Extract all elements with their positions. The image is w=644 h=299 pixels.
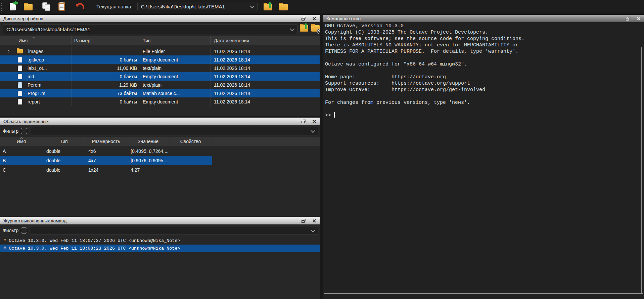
workspace-table-body: Adouble4x6[0.4095, 0.7264,...Bdouble4x7[… bbox=[0, 146, 212, 175]
column-header-class[interactable]: Тип bbox=[43, 137, 85, 146]
file-name: lab1_ot... bbox=[28, 66, 47, 71]
file-row[interactable]: report0 байтыEmpty document11.02.2026 18… bbox=[0, 97, 320, 106]
new-script-button[interactable] bbox=[6, 1, 19, 12]
command-history-panel: Журнал выполненных команд Фильтр # Octav… bbox=[0, 217, 320, 299]
copy-button[interactable] bbox=[40, 1, 53, 12]
undock-button[interactable] bbox=[624, 15, 632, 22]
workspace-row[interactable]: Cdouble1x244:27 bbox=[0, 165, 212, 175]
folder-icon bbox=[17, 49, 23, 53]
expander-area bbox=[2, 64, 13, 72]
chevron-down-icon bbox=[250, 4, 255, 8]
workspace-row[interactable]: Adouble4x6[0.4095, 0.7264,... bbox=[0, 146, 212, 156]
folder-icon bbox=[279, 4, 288, 10]
file-row[interactable]: Perem1,29 KiBtext/plain11.02.2026 18:14 bbox=[0, 81, 320, 89]
filter-checkbox[interactable] bbox=[21, 227, 27, 234]
close-button[interactable] bbox=[310, 118, 318, 125]
expander-area bbox=[2, 55, 13, 64]
command-window-content[interactable]: GNU Octave, version 10.3.0 Copyright (C)… bbox=[323, 22, 644, 299]
file-date-cell: 11.02.2026 18:14 bbox=[211, 47, 320, 55]
file-browser-titlebar: Диспетчер файлов bbox=[0, 15, 320, 22]
column-header-name[interactable]: Имя bbox=[0, 137, 43, 146]
workspace-filter-row: Фильтр bbox=[0, 126, 320, 136]
close-button[interactable] bbox=[310, 218, 318, 224]
file-icon bbox=[18, 82, 22, 88]
current-folder-value: C:\Users\Nika\Desktop\it-labs\TEMA1 bbox=[141, 4, 248, 9]
vertical-scrollbar[interactable] bbox=[641, 47, 642, 293]
file-size-cell: 0 байты bbox=[72, 55, 140, 64]
file-size-cell: 0 байты bbox=[72, 72, 140, 81]
workspace-row[interactable]: Bdouble4x7[0.9076, 0.9095,... bbox=[0, 156, 212, 165]
file-type-cell: text/plain bbox=[140, 81, 211, 89]
folder-actions-button[interactable] bbox=[310, 24, 320, 34]
file-icon bbox=[18, 74, 22, 79]
expander-area bbox=[2, 47, 13, 55]
file-browser-panel: Диспетчер файлов C:/Users/Nika/Desktop/i… bbox=[0, 15, 320, 116]
history-entry[interactable]: # Octave 10.3.0, Wed Feb 11 18:07:37 202… bbox=[0, 237, 320, 245]
file-row[interactable]: lab1_ot...11,00 KiBtext/plain11.02.2026 … bbox=[0, 64, 320, 72]
file-row[interactable]: md0 байтыEmpty document11.02.2026 18:14 bbox=[0, 72, 320, 81]
undock-button[interactable] bbox=[300, 218, 308, 224]
paste-button[interactable] bbox=[55, 1, 68, 12]
file-name-cell: md bbox=[0, 72, 72, 81]
panel-title: Область переменных bbox=[3, 119, 49, 124]
column-header-name[interactable]: Имя bbox=[0, 36, 72, 45]
file-date-cell: 11.02.2026 18:14 bbox=[211, 55, 320, 64]
column-header-attribute[interactable]: Свойство bbox=[169, 137, 212, 146]
column-header-size[interactable]: Размер bbox=[72, 36, 140, 45]
undo-button[interactable] bbox=[74, 1, 86, 12]
column-header-value[interactable]: Значение bbox=[127, 137, 169, 146]
browse-folder-button[interactable] bbox=[277, 1, 290, 12]
file-size-cell: 0 байты bbox=[72, 97, 140, 106]
history-entry[interactable]: # Octave 10.3.0, Wed Feb 11 18:08:23 202… bbox=[0, 245, 320, 252]
scrollbar-handle[interactable] bbox=[641, 47, 642, 293]
undock-button[interactable] bbox=[300, 15, 308, 22]
file-icon bbox=[18, 66, 22, 71]
variable-dimension: 4x6 bbox=[85, 148, 127, 154]
workspace-titlebar: Область переменных bbox=[0, 118, 320, 125]
filter-combobox[interactable] bbox=[31, 127, 318, 135]
path-value: C:/Users/Nika/Desktop/it-labs/TEMA1 bbox=[6, 27, 288, 32]
folder-up-button[interactable] bbox=[262, 1, 274, 12]
file-row[interactable]: imagesFile Folder11.02.2026 18:14 bbox=[0, 47, 320, 55]
toolbar-drag-handle[interactable] bbox=[1, 2, 2, 11]
close-icon bbox=[637, 16, 641, 21]
current-folder-combobox[interactable]: C:\Users\Nika\Desktop\it-labs\TEMA1 bbox=[137, 2, 258, 11]
file-date-cell: 11.02.2026 18:14 bbox=[211, 89, 320, 97]
file-name-cell: Prog1.m bbox=[0, 89, 72, 97]
file-name: Prog1.m bbox=[28, 91, 45, 96]
workspace-table-header: Имя Тип Размерность Значение Свойство bbox=[0, 137, 320, 146]
file-date-cell: 11.02.2026 18:14 bbox=[211, 64, 320, 72]
expander-area bbox=[2, 72, 13, 81]
close-button[interactable] bbox=[310, 15, 318, 22]
column-header-date[interactable]: Дата изменения bbox=[211, 36, 320, 45]
file-size-cell: 11,00 KiB bbox=[72, 64, 140, 72]
path-combobox[interactable]: C:/Users/Nika/Desktop/it-labs/TEMA1 bbox=[3, 24, 297, 34]
file-name-cell: lab1_ot... bbox=[0, 64, 72, 72]
filter-combobox[interactable] bbox=[31, 226, 318, 235]
filter-checkbox[interactable] bbox=[21, 128, 27, 134]
file-type-cell: Empty document bbox=[140, 97, 211, 106]
chevron-down-icon bbox=[311, 128, 315, 133]
variable-class: double bbox=[43, 167, 85, 173]
variable-class: double bbox=[43, 158, 85, 163]
command-window-panel: Командное окно GNU Octave, version 10.3.… bbox=[323, 15, 644, 299]
folder-up-button[interactable] bbox=[299, 24, 309, 34]
file-row[interactable]: Prog1.m73 байтыMatlab source c...11.02.2… bbox=[0, 89, 320, 97]
close-icon bbox=[312, 119, 317, 124]
file-date-cell: 11.02.2026 18:14 bbox=[211, 81, 320, 89]
column-header-type[interactable]: Тип bbox=[140, 36, 211, 45]
expander-icon[interactable] bbox=[6, 50, 9, 53]
close-icon bbox=[312, 218, 317, 223]
file-name: report bbox=[28, 99, 40, 104]
column-header-filler bbox=[212, 137, 320, 146]
close-button[interactable] bbox=[635, 15, 643, 22]
chevron-down-icon bbox=[311, 228, 315, 232]
expander-area bbox=[2, 81, 13, 89]
open-file-button[interactable] bbox=[22, 1, 35, 12]
variable-name: C bbox=[0, 167, 43, 173]
file-size-cell: 1,29 KiB bbox=[72, 81, 140, 89]
file-row[interactable]: .gitkeep0 байтыEmpty document11.02.2026 … bbox=[0, 55, 320, 64]
column-header-dimension[interactable]: Размерность bbox=[85, 137, 127, 146]
undock-button[interactable] bbox=[300, 118, 308, 125]
expander-area bbox=[2, 97, 13, 106]
